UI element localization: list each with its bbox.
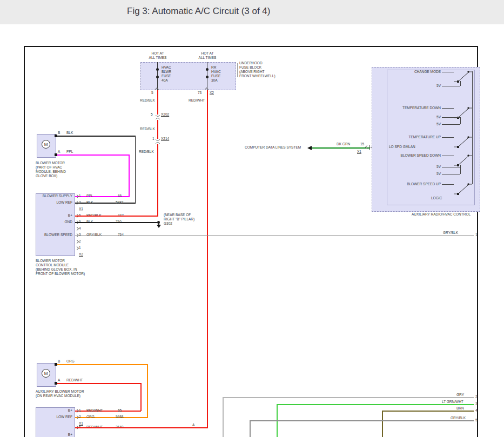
wire-gry-blk xyxy=(250,420,474,421)
splice-pin: 1 xyxy=(152,137,154,141)
voltage-label: 5V xyxy=(388,84,441,88)
junction-label: A xyxy=(192,423,194,427)
button-row-label: TEMPERATURE UP xyxy=(388,135,441,139)
connector-x214-label: X214 xyxy=(161,137,169,141)
wire-red-wht xyxy=(75,427,208,428)
aux-control-caption: AUXILIARY RADIO/HVAC CONTROL xyxy=(412,212,471,217)
switch-icon xyxy=(454,134,472,150)
fuse1-terminal-dot xyxy=(156,68,159,71)
wire-blk-ground xyxy=(75,222,159,223)
wire-label: GRY xyxy=(456,393,464,397)
v5-riser-line xyxy=(460,165,461,174)
switch-icon xyxy=(454,105,472,121)
switch-lead-line xyxy=(442,184,454,185)
wire-red-wht xyxy=(140,383,142,411)
aux-motor-caption: AUXILIARY BLOWER MOTOR (ON REAR HVAC MOD… xyxy=(36,389,84,398)
wire-red-blk xyxy=(75,216,158,217)
voltage-label: 5V xyxy=(388,165,441,169)
connector-x2-label: X2 xyxy=(79,252,83,257)
switch-icon xyxy=(454,152,472,169)
wire-lt-grn-wht xyxy=(277,404,474,405)
ground-id: G302 xyxy=(164,221,172,226)
v5-lead-line xyxy=(442,124,460,125)
logic-label: LOGIC xyxy=(431,196,442,200)
voltage-label: 5V xyxy=(388,122,441,126)
pin-number: 4 xyxy=(79,226,81,231)
terminal-label: A xyxy=(58,378,60,382)
hot-at-all-times-left: HOT AT ALL TIMES xyxy=(142,51,174,60)
module-row-label: B+ xyxy=(36,408,72,413)
circuit-number: 5988 xyxy=(116,415,123,419)
wire-label: RED/WHT xyxy=(86,408,103,413)
terminal-label: B xyxy=(58,131,60,135)
module-row-label: BLOWER SPEED xyxy=(36,233,72,237)
wire-label: ORG xyxy=(86,415,95,419)
pin-number: 2 xyxy=(79,200,81,205)
wire-gry xyxy=(223,397,474,398)
wire-label: RED/WHT xyxy=(189,98,205,103)
v5-lead-line xyxy=(442,117,460,118)
fuse2-terminal-dot xyxy=(206,76,209,78)
figure-title-bar: Fig 3: Automatic A/C Circuit (3 of 4) xyxy=(0,0,504,24)
wire-brn xyxy=(382,411,383,437)
module-row-label: BLOWER SUPPLY xyxy=(36,194,72,198)
ground-location-note: (NEAR BASE OF RIGHT "B" PILLAR) xyxy=(164,213,194,221)
wire-label: BRN xyxy=(456,406,464,411)
ground-symbol-icon xyxy=(157,225,161,228)
connector-x1-label: X1 xyxy=(79,207,83,211)
wire-org xyxy=(57,364,148,365)
wire-label: GRY/BLK xyxy=(443,231,458,235)
wire-red-blk-vertical xyxy=(157,90,158,217)
module-row-label: B+ xyxy=(36,433,72,437)
wire-label: RED/BLK xyxy=(140,127,155,131)
fuse-block-box xyxy=(140,62,236,90)
wire-red-wht xyxy=(75,411,141,412)
arrow-left-icon xyxy=(307,146,312,150)
terminal-label: B xyxy=(58,359,60,364)
pin-number: 1 xyxy=(79,408,81,413)
connector-bar xyxy=(369,145,370,150)
fuse-block-location: UNDERHOOD FUSE BLOCK (ABOVE RIGHT FRONT … xyxy=(239,61,275,78)
v5-lead-line xyxy=(442,167,460,167)
connector-x2-label: X2 xyxy=(210,91,214,95)
wire-gry xyxy=(223,397,224,437)
switch-bus-line xyxy=(472,71,473,184)
pin-number: 1 xyxy=(79,194,81,198)
fuse1-terminal-dot xyxy=(156,76,159,78)
button-row-label: BLOWER SPEED UP xyxy=(388,182,441,186)
wire-blk xyxy=(135,136,136,204)
right-edge-pin: 5 xyxy=(475,418,478,422)
switch-lead-line xyxy=(442,137,454,138)
blower-motor-caption: BLOWER MOTOR (PART OF HVAC MODULE, BEHIN… xyxy=(36,161,66,178)
wire-label: BLK xyxy=(86,200,93,205)
pin-chevron-icon xyxy=(75,415,79,419)
wire-red-wht-vertical xyxy=(207,90,208,428)
v5-lead-line xyxy=(442,86,460,86)
wire-label: PPL xyxy=(66,150,73,154)
pin-chevron-icon xyxy=(75,194,79,198)
wire-label: RED/BLK xyxy=(139,150,154,154)
gmlan-label: LO SPD GMLAN xyxy=(389,145,415,149)
wire-blk xyxy=(75,203,136,204)
button-row-label: TEMPERATURE DOWN xyxy=(388,106,441,110)
module-row-label: GND xyxy=(36,220,72,224)
module-row-label: LOW REF xyxy=(36,415,72,419)
right-edge-pin: 1 xyxy=(475,233,478,237)
switch-lead-line xyxy=(442,156,454,156)
wire-brn xyxy=(382,411,474,412)
pin-number: 2 xyxy=(79,239,81,244)
motor-icon: M xyxy=(42,140,50,149)
voltage-label: 5V xyxy=(388,115,441,119)
right-edge-pin: 2 xyxy=(475,395,478,399)
fuse2-label: RR HVAC FUSE 30A xyxy=(211,65,221,83)
wire-org xyxy=(147,364,148,418)
data-lines-label: COMPUTER DATA LINES SYSTEM xyxy=(245,145,301,150)
fuse2-terminal-dot xyxy=(206,68,209,71)
figure-title: Fig 3: Automatic A/C Circuit (3 of 4) xyxy=(127,6,270,17)
pin-number: 15 xyxy=(360,142,364,146)
wire-label: ORG xyxy=(66,359,75,364)
wire-label: DK GRN xyxy=(337,142,350,146)
connector-x1-label: X1 xyxy=(357,150,361,154)
module-row-label: B+ xyxy=(36,213,72,218)
wire-label: RED/BLK xyxy=(140,98,155,103)
